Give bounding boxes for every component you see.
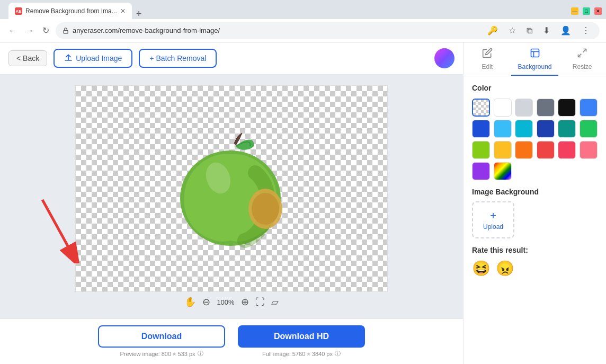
- image-background-section: Image Background + Upload: [464, 188, 606, 246]
- tab-background[interactable]: Background: [511, 42, 559, 76]
- extension-icon[interactable]: ⧉: [523, 25, 536, 37]
- rating-title: Rate this result:: [472, 246, 598, 254]
- address-input[interactable]: anyeraser.com/remove-background-from-ima…: [56, 22, 600, 39]
- profile-icon[interactable]: 👤: [557, 24, 574, 37]
- right-panel: Edit Background Resize Color: [463, 42, 606, 364]
- color-light-gray[interactable]: [515, 99, 533, 117]
- tab-close-button[interactable]: ✕: [120, 7, 126, 15]
- close-window-button[interactable]: ✕: [594, 7, 602, 15]
- zoom-controls: ✋ ⊖ 100% ⊕ ⛶ ▱: [184, 296, 278, 308]
- edit-tab-label: Edit: [482, 63, 493, 70]
- image-bg-upload-box[interactable]: + Upload: [472, 201, 514, 238]
- reload-button[interactable]: ↻: [40, 23, 51, 38]
- zoom-level: 100%: [217, 298, 234, 306]
- color-gray[interactable]: [537, 99, 555, 117]
- svg-line-6: [42, 200, 72, 253]
- rating-happy-button[interactable]: 😆: [472, 260, 491, 277]
- tab-title: Remove Background from Ima...: [25, 7, 117, 15]
- color-dark-teal[interactable]: [558, 120, 576, 138]
- forward-nav-button[interactable]: →: [23, 24, 36, 38]
- upload-plus-icon: +: [490, 210, 496, 222]
- background-tab-icon: [530, 48, 540, 61]
- pan-button[interactable]: ✋: [184, 296, 196, 308]
- tab-edit[interactable]: Edit: [464, 42, 511, 76]
- resize-tab-label: Resize: [573, 63, 592, 70]
- tab-resize[interactable]: Resize: [558, 42, 606, 76]
- star-icon[interactable]: ☆: [505, 24, 519, 37]
- color-blue-bright[interactable]: [580, 99, 598, 117]
- color-red[interactable]: [537, 141, 555, 159]
- tab-icon: AE: [15, 7, 22, 15]
- color-grid: [472, 99, 598, 180]
- image-canvas: [75, 85, 388, 292]
- image-bg-title: Image Background: [472, 188, 598, 196]
- svg-rect-7: [531, 49, 539, 57]
- download-browser-icon[interactable]: ⬇: [540, 24, 553, 37]
- upload-image-button[interactable]: Upload Image: [54, 49, 132, 68]
- svg-point-4: [252, 193, 279, 225]
- rating-emojis: 😆 😠: [472, 260, 598, 277]
- color-rainbow[interactable]: [494, 162, 512, 180]
- zoom-in-button[interactable]: ⊕: [241, 296, 249, 308]
- toolbar: < Back Upload Image + Batch Removal: [0, 42, 463, 75]
- key-icon[interactable]: 🔑: [484, 24, 501, 37]
- color-navy[interactable]: [537, 120, 555, 138]
- color-orange[interactable]: [515, 141, 533, 159]
- full-info: Full image: 5760 × 3840 px ⓘ: [262, 350, 341, 358]
- download-hd-button[interactable]: Download HD: [238, 325, 365, 348]
- color-yellow[interactable]: [494, 141, 512, 159]
- full-info-icon[interactable]: ⓘ: [335, 350, 341, 358]
- image-bg-upload-label: Upload: [483, 223, 503, 230]
- fit-screen-button[interactable]: ⛶: [255, 297, 265, 308]
- url-text: anyeraser.com/remove-background-from-ima…: [73, 26, 481, 34]
- color-white[interactable]: [494, 99, 512, 117]
- edit-tab-icon: [482, 48, 493, 61]
- menu-icon[interactable]: ⋮: [578, 24, 593, 37]
- color-pink[interactable]: [558, 141, 576, 159]
- maximize-button[interactable]: □: [583, 7, 590, 15]
- download-hd-section: Download HD Full image: 5760 × 3840 px ⓘ: [238, 325, 365, 358]
- color-light-pink[interactable]: [580, 141, 598, 159]
- color-black[interactable]: [558, 99, 576, 117]
- color-section-title: Color: [472, 84, 598, 92]
- app-container: < Back Upload Image + Batch Removal: [0, 42, 606, 364]
- address-bar: ← → ↻ anyeraser.com/remove-background-fr…: [0, 19, 606, 42]
- color-blue-sky[interactable]: [494, 120, 512, 138]
- batch-removal-button[interactable]: + Batch Removal: [139, 49, 217, 68]
- resize-tab-icon: [577, 48, 587, 61]
- color-teal[interactable]: [515, 120, 533, 138]
- canvas-area: ✋ ⊖ 100% ⊕ ⛶ ▱: [0, 75, 463, 318]
- user-avatar[interactable]: [434, 48, 454, 68]
- color-lime[interactable]: [472, 141, 490, 159]
- window-controls: — □ ✕: [571, 7, 602, 15]
- preview-info: Preview image: 800 × 533 px ⓘ: [120, 350, 203, 358]
- address-icons: 🔑 ☆ ⧉ ⬇ 👤 ⋮: [484, 24, 593, 37]
- rating-section: Rate this result: 😆 😠: [464, 246, 606, 285]
- split-view-button[interactable]: ▱: [271, 296, 279, 308]
- active-tab[interactable]: AE Remove Background from Ima... ✕: [8, 3, 132, 20]
- download-free-section: Download Preview image: 800 × 533 px ⓘ: [98, 325, 225, 358]
- color-purple[interactable]: [472, 162, 490, 180]
- title-bar: AE Remove Background from Ima... ✕ + — □…: [0, 0, 606, 19]
- lock-icon: [62, 27, 69, 34]
- minimize-button[interactable]: —: [571, 7, 578, 15]
- main-content: < Back Upload Image + Batch Removal: [0, 42, 463, 364]
- apple-image: [163, 120, 300, 258]
- zoom-out-button[interactable]: ⊖: [202, 296, 210, 308]
- preview-info-icon[interactable]: ⓘ: [198, 350, 203, 358]
- color-transparent[interactable]: [472, 99, 490, 117]
- background-tab-label: Background: [518, 63, 551, 70]
- color-section: Color: [464, 76, 606, 188]
- rating-angry-button[interactable]: 😠: [496, 260, 514, 277]
- new-tab-button[interactable]: +: [132, 8, 146, 20]
- panel-tabs: Edit Background Resize: [464, 42, 606, 76]
- back-button[interactable]: < Back: [8, 50, 47, 66]
- download-button[interactable]: Download: [98, 325, 225, 348]
- back-nav-button[interactable]: ←: [6, 24, 19, 38]
- color-green[interactable]: [580, 120, 598, 138]
- download-area: Download Preview image: 800 × 533 px ⓘ D…: [0, 318, 463, 364]
- color-blue-medium[interactable]: [472, 120, 490, 138]
- upload-icon: [64, 54, 73, 63]
- browser-chrome: AE Remove Background from Ima... ✕ + — □…: [0, 0, 606, 42]
- tab-bar: AE Remove Background from Ima... ✕ +: [4, 3, 150, 20]
